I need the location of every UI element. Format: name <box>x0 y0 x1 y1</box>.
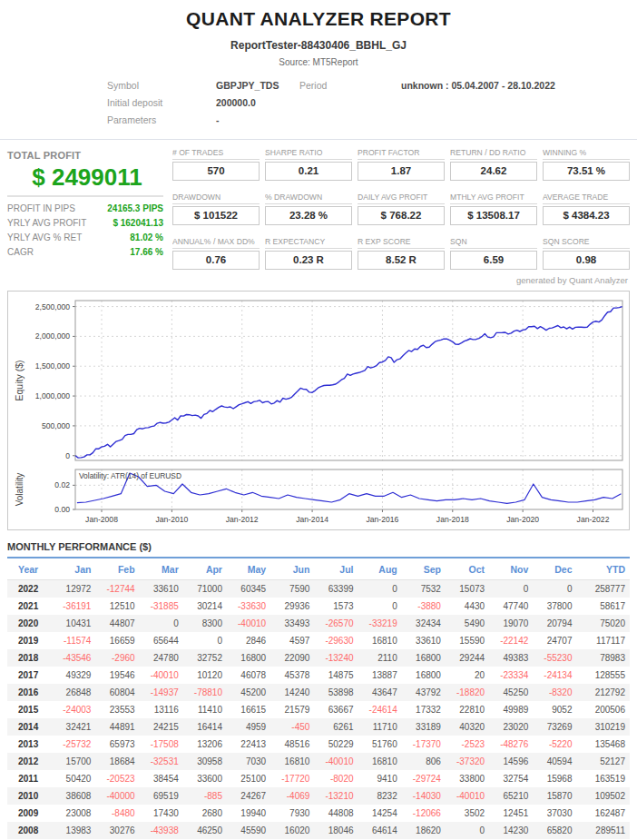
stat-cell: R EXPECTANCY0.23 R <box>265 237 352 270</box>
ytd-cell: 310219 <box>576 718 630 736</box>
x-tick-label: Jan-2010 <box>155 515 188 524</box>
month-cell: 15700 <box>52 753 95 770</box>
symbol-value: GBPJPY_TDS <box>216 80 299 91</box>
month-cell: 8232 <box>358 787 402 805</box>
month-cell: 6261 <box>314 718 358 736</box>
month-cell: 43647 <box>358 684 402 701</box>
month-cell: 29244 <box>446 649 489 667</box>
month-cell: 32421 <box>52 718 95 736</box>
month-cell: 7930 <box>270 805 314 822</box>
summary-row: PROFIT IN PIPS24165.3 PIPS <box>7 202 163 216</box>
volatility-axis-title: Volatility <box>15 473 24 507</box>
section-divider <box>0 139 637 140</box>
month-cell: 0 <box>140 615 183 632</box>
month-cell: -14937 <box>140 684 183 701</box>
month-cell: 69519 <box>140 787 183 805</box>
stat-label: SHARPE RATIO <box>265 148 352 160</box>
month-cell: 15968 <box>533 770 576 787</box>
month-cell: 16810 <box>270 753 314 770</box>
summary-row-value: $ 162041.13 <box>113 216 163 231</box>
stat-label: % DRAWDOWN <box>265 193 352 204</box>
year-cell: 2010 <box>7 787 52 805</box>
total-profit-panel: TOTAL PROFIT $ 2499011 PROFIT IN PIPS241… <box>7 148 163 270</box>
month-cell: 13887 <box>358 667 402 684</box>
month-cell: 806 <box>402 753 446 770</box>
stat-value: $ 768.22 <box>358 206 445 225</box>
column-header-sep: Sep <box>402 558 446 580</box>
month-cell: 19546 <box>95 667 139 684</box>
summary-row-value: 17.66 % <box>130 245 163 260</box>
month-cell: -31885 <box>140 598 183 615</box>
table-row: 201038608-4000069519-88524267-4069-13210… <box>7 787 630 805</box>
month-cell: 20794 <box>533 615 576 632</box>
month-cell: 46250 <box>183 822 227 839</box>
month-cell: 14596 <box>489 753 533 770</box>
month-cell: 24780 <box>140 649 183 667</box>
month-cell: 13983 <box>52 822 95 839</box>
month-cell: 16020 <box>270 822 314 839</box>
month-cell: -40010 <box>140 667 183 684</box>
month-cell: -2960 <box>95 649 139 667</box>
volatility-annotation: Volatility: ATR(14) of EURUSD <box>79 471 181 480</box>
month-cell: -23334 <box>489 667 533 684</box>
ytd-cell: 289511 <box>576 822 630 839</box>
table-row: 20162684860804-14937-7881045200142405389… <box>7 684 630 701</box>
x-tick-label: Jan-2020 <box>506 515 539 524</box>
info-row-deposit: Initial deposit 200000.0 <box>107 97 637 114</box>
table-row: 2014324214489124215164144959-45062611171… <box>7 718 630 736</box>
volatility-tick-label: 0.02 <box>54 480 70 489</box>
ytd-cell: 162487 <box>576 805 630 822</box>
initial-deposit-label: Initial deposit <box>107 97 216 108</box>
month-cell: 12510 <box>95 598 139 615</box>
month-cell: 1573 <box>314 598 358 615</box>
month-cell: -78810 <box>183 684 227 701</box>
summary-row-label: PROFIT IN PIPS <box>7 202 75 216</box>
month-cell: -12066 <box>402 805 446 822</box>
stat-value: $ 13508.17 <box>450 206 537 225</box>
month-cell: 51760 <box>358 736 402 753</box>
month-cell: -32531 <box>140 753 183 770</box>
month-cell: 13116 <box>140 701 183 718</box>
total-profit-value: $ 2499011 <box>7 161 163 197</box>
stat-label: DRAWDOWN <box>172 193 260 204</box>
month-cell: 16810 <box>358 753 402 770</box>
month-cell: 65644 <box>140 632 183 649</box>
column-header-dec: Dec <box>533 558 576 580</box>
month-cell: 9052 <box>533 701 576 718</box>
month-cell: -18820 <box>446 684 489 701</box>
summary-row-label: YRLY AVG % RET <box>7 231 82 245</box>
month-cell: 11710 <box>358 718 402 736</box>
month-cell: 4597 <box>270 632 314 649</box>
monthly-performance-section: MONTHLY PERFORMANCE ($) YearJanFebMarApr… <box>7 538 630 840</box>
stat-label: R EXP SCORE <box>358 237 445 249</box>
month-cell: -13240 <box>314 649 358 667</box>
month-cell: 60345 <box>227 580 270 598</box>
x-tick-label: Jan-2018 <box>436 515 469 524</box>
month-cell: 3502 <box>446 805 489 822</box>
ytd-cell: 117117 <box>576 632 630 649</box>
equity-volatility-chart: Jan-2008Jan-2010Jan-2012Jan-2014Jan-2016… <box>8 292 629 529</box>
stat-cell: # OF TRADES570 <box>172 148 260 181</box>
report-name: ReportTester-88430406_BBHL_GJ <box>0 39 637 52</box>
year-cell: 2017 <box>7 667 52 684</box>
month-cell: 14875 <box>314 667 358 684</box>
month-cell: 17332 <box>402 701 446 718</box>
stat-cell: DAILY AVG PROFIT$ 768.22 <box>358 193 445 225</box>
table-row: 2013-2573265973-175081320622413485165022… <box>7 736 630 753</box>
month-cell: 33610 <box>402 632 446 649</box>
stat-label: SQN SCORE <box>543 237 630 249</box>
stat-value: 6.59 <box>450 251 537 270</box>
summary-row-value: 24165.3 PIPS <box>107 202 163 216</box>
month-cell: -8320 <box>533 684 576 701</box>
column-header-mar: Mar <box>140 558 183 580</box>
equity-tick-label: 1,000,000 <box>35 391 70 400</box>
stat-value: 73.51 % <box>543 162 630 181</box>
summary-row: YRLY AVG % RET81.02 % <box>7 231 163 245</box>
generated-by-note: generated by Quant Analyzer <box>0 275 628 285</box>
month-cell: -2523 <box>446 736 489 753</box>
month-cell: -11574 <box>52 632 95 649</box>
stats-grid: # OF TRADES570SHARPE RATIO0.21PROFIT FAC… <box>172 148 630 270</box>
stat-cell: MTHLY AVG PROFIT$ 13508.17 <box>450 193 537 225</box>
year-cell: 2016 <box>7 684 52 701</box>
month-cell: 11410 <box>183 701 227 718</box>
